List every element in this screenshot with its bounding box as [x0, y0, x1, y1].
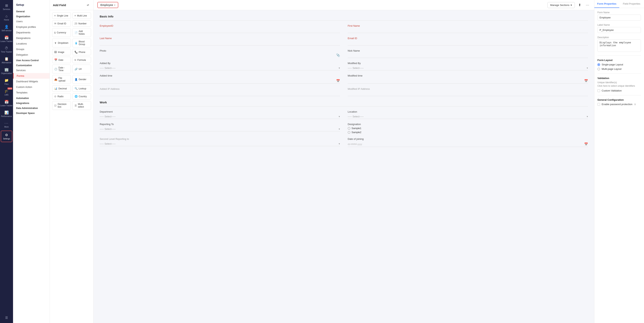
- nav-item-home[interactable]: ⌂ Home: [0, 12, 13, 23]
- rp-form-name-group: Form Name: [598, 11, 641, 21]
- field-item-email-id[interactable]: ✉ Email ID: [52, 20, 71, 27]
- rp-unique-id-placeholder[interactable]: Click here to select unique Identifiers: [598, 85, 641, 87]
- field-select-second-level[interactable]: ----- Select----- ▾: [100, 142, 340, 146]
- sidebar-item-designations[interactable]: Designations: [13, 35, 50, 41]
- sidebar-item-delegation[interactable]: Delegation: [13, 52, 50, 58]
- rp-radio-single-page[interactable]: Single-page Layout: [598, 63, 641, 66]
- field-item-decision-box[interactable]: ☑ Decision box: [52, 101, 71, 110]
- nav-item-leave-tracker[interactable]: 📅 Leave Tracker: [0, 34, 13, 44]
- field-item-formula[interactable]: fx Formula: [72, 57, 91, 63]
- nav-label-self-service: Self-service: [2, 30, 12, 32]
- sidebar-item-custom-action[interactable]: Custom Action: [13, 84, 50, 90]
- nav-item-leave-tracker2[interactable]: 📅 Leave Tracker: [0, 98, 13, 109]
- nav-label-attendance: Attendance: [2, 62, 12, 64]
- field-select-added-by[interactable]: ----- Select----- ▾: [100, 66, 340, 70]
- rp-enable-password-label: Enable password protection: [602, 103, 632, 106]
- field-item-gender[interactable]: 👤 Gender: [72, 75, 91, 84]
- field-label-blood-group: Blood Group: [79, 40, 89, 46]
- form-title-button[interactable]: Employee ▾: [97, 2, 118, 8]
- field-input-modified-ip[interactable]: [348, 92, 588, 96]
- form-canvas: Employee ▾ Manage Sections ▾ ⬆ ⋯ Basic I…: [94, 0, 594, 323]
- rp-enable-password-item[interactable]: Enable password protection ℹ: [598, 103, 641, 106]
- field-item-date-time[interactable]: 🕐 Date - Time: [52, 65, 71, 74]
- designation-radio-sample2[interactable]: Sample2: [348, 131, 588, 134]
- more-options-button[interactable]: ⋯: [584, 2, 590, 8]
- field-added-by: Added By ----- Select----- ▾: [100, 62, 340, 70]
- time-tracker-icon: ⏱: [5, 46, 8, 50]
- rp-unique-id-label: Unique Identifier(s): [598, 81, 641, 84]
- field-label-email-id: Email ID: [58, 22, 66, 25]
- main-area: Add Field ⇄ ≡ Single Line ≡ Multi Line ✉…: [50, 0, 644, 323]
- rp-custom-validation-checkbox[interactable]: [598, 89, 600, 92]
- field-item-currency[interactable]: $ Currency: [52, 28, 71, 37]
- field-item-multi-select[interactable]: ☰ Multi-select: [72, 101, 91, 110]
- field-item-date[interactable]: 📅 Date: [52, 57, 71, 63]
- nav-item-settings[interactable]: ⚙ Settings: [1, 131, 12, 142]
- field-input-first-name[interactable]: [348, 28, 588, 33]
- rp-enable-password-checkbox[interactable]: [598, 103, 600, 106]
- tab-form-properties[interactable]: Form Properties: [594, 0, 619, 8]
- nav-item-time-tracker[interactable]: ⏱ Time Tracker: [0, 44, 13, 55]
- field-item-multi-line[interactable]: ≡ Multi Line: [72, 13, 91, 19]
- sidebar-item-departments[interactable]: Departments: [13, 30, 50, 35]
- field-input-last-name[interactable]: [100, 41, 340, 46]
- nav-item-files[interactable]: 📁 Files: [0, 76, 13, 87]
- field-select-modified-by[interactable]: ----- Select----- ▾: [348, 66, 588, 70]
- field-item-url[interactable]: 🔗 Url: [72, 65, 91, 74]
- field-item-radio[interactable]: ⊙ Radio: [52, 93, 71, 100]
- field-select-department[interactable]: ----- Select----- ▾: [100, 114, 340, 119]
- field-item-single-line[interactable]: ≡ Single Line: [52, 13, 71, 19]
- nav-item-more[interactable]: ··· More: [0, 119, 13, 130]
- field-first-name: First Name: [348, 24, 588, 33]
- tab-field-properties[interactable]: Field Properties: [619, 0, 644, 8]
- field-item-number[interactable]: 23 Number: [72, 20, 91, 27]
- hamburger-menu[interactable]: ☰: [0, 314, 13, 321]
- field-item-blood-group[interactable]: 💧 Blood Group: [72, 39, 91, 47]
- field-item-country[interactable]: 🌐 Country: [72, 93, 91, 100]
- rp-description-textarea[interactable]: Displays the employee information: [598, 40, 641, 52]
- field-item-decimal[interactable]: 📊 Decimal: [52, 85, 71, 92]
- rp-radio-single-page-label: Single-page Layout: [602, 63, 623, 66]
- designation-radio-sample1[interactable]: Sample1: [348, 127, 588, 130]
- sidebar-group-customization: Customization: [13, 63, 50, 68]
- field-label-url: Url: [79, 68, 82, 70]
- field-item-lookup[interactable]: 🔍 Lookup: [72, 85, 91, 92]
- nav-item-attendance[interactable]: 📋 Attendance: [0, 55, 13, 66]
- sidebar-item-dashboard-widgets[interactable]: Dashboard Widgets: [13, 79, 50, 84]
- field-item-phone[interactable]: 📞 Phone: [72, 49, 91, 55]
- sidebar-item-services[interactable]: Services: [13, 68, 50, 73]
- sidebar-item-locations[interactable]: Locations: [13, 41, 50, 47]
- sidebar-item-templates[interactable]: Templates: [13, 90, 50, 95]
- manage-sections-button[interactable]: Manage Sections ▾: [548, 2, 575, 8]
- rp-form-name-input[interactable]: [598, 15, 641, 21]
- field-item-file-upload[interactable]: 📤 File upload: [52, 75, 71, 84]
- nav-item-services[interactable]: ⊞ Services: [0, 2, 13, 12]
- sidebar-item-forms[interactable]: Forms: [13, 73, 50, 79]
- field-calendar-added-time[interactable]: 📅: [100, 78, 340, 84]
- field-label-lookup: Lookup: [79, 87, 86, 90]
- rp-label-name-input[interactable]: [598, 27, 641, 33]
- field-select-reporting-to[interactable]: ----- Select----- ▾: [100, 127, 340, 131]
- field-calendar-modified-time[interactable]: 📅: [348, 78, 588, 84]
- nav-item-organization[interactable]: 🏢 Organization: [0, 66, 13, 76]
- designation-radio-sample2-circle: [348, 131, 350, 134]
- field-input-email-id[interactable]: [348, 41, 588, 46]
- field-item-image[interactable]: 🖼 Image: [52, 49, 71, 55]
- export-button[interactable]: ⬆: [577, 2, 582, 8]
- rp-custom-validation-item[interactable]: Custom Validation: [598, 89, 641, 92]
- sidebar-item-users[interactable]: Users: [13, 19, 50, 24]
- field-select-location[interactable]: ----- Select----- ▾: [348, 114, 588, 119]
- rp-radio-multi-page[interactable]: Multi-page Layout: [598, 68, 641, 70]
- field-item-dropdown[interactable]: ▼ Dropdown: [52, 39, 71, 47]
- nav-item-self-service[interactable]: 👤 Self-service: [0, 23, 13, 34]
- sidebar-item-employee-profiles[interactable]: Employee profiles: [13, 24, 50, 30]
- field-input-employee-id[interactable]: [100, 28, 340, 33]
- nav-item-performance[interactable]: 📊 Performance: [0, 109, 13, 119]
- sidebar-item-groups[interactable]: Groups: [13, 47, 50, 52]
- field-calendar-date-of-joining[interactable]: dd-MMM-yyyy 📅: [348, 142, 588, 147]
- field-input-nick-name[interactable]: [348, 53, 588, 58]
- field-input-added-ip[interactable]: [100, 92, 340, 96]
- field-item-add-notes[interactable]: 📄 Add Notes: [72, 28, 91, 37]
- add-field-filter-btn[interactable]: ⇄: [86, 3, 90, 7]
- field-label-date-time: Date - Time: [58, 66, 69, 72]
